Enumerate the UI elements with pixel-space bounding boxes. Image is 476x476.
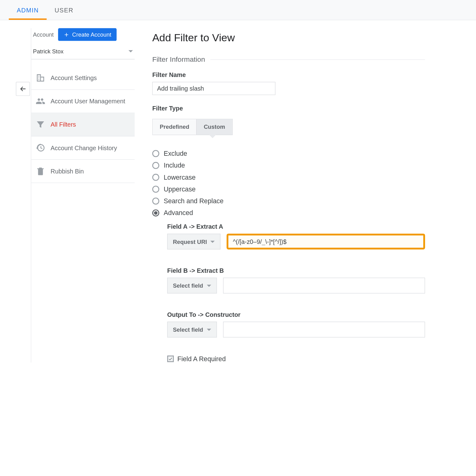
checkbox-icon bbox=[167, 356, 174, 362]
nav-item-label: Account User Management bbox=[51, 98, 125, 105]
filter-type-predefined[interactable]: Predefined bbox=[153, 119, 196, 135]
create-account-button[interactable]: Create Account bbox=[58, 28, 116, 41]
field-b-select[interactable]: Select field bbox=[167, 278, 217, 294]
radio-include[interactable]: Include bbox=[152, 159, 425, 171]
radio-exclude[interactable]: Exclude bbox=[152, 147, 425, 159]
section-label: Filter Information bbox=[152, 56, 205, 64]
radio-icon bbox=[152, 186, 159, 193]
nav-account-settings[interactable]: Account Settings bbox=[31, 66, 135, 90]
filter-type-custom[interactable]: Custom bbox=[196, 119, 232, 135]
radio-lowercase[interactable]: Lowercase bbox=[152, 171, 425, 183]
field-a-required-label: Field A Required bbox=[177, 355, 226, 362]
people-icon bbox=[36, 97, 45, 106]
page-title: Add Filter to View bbox=[152, 32, 425, 44]
create-account-label: Create Account bbox=[72, 31, 111, 38]
caret-down-icon bbox=[210, 240, 215, 243]
nav-change-history[interactable]: Account Change History bbox=[31, 137, 135, 160]
filter-name-label: Filter Name bbox=[152, 71, 425, 79]
field-a-pattern-input[interactable] bbox=[227, 234, 425, 249]
nav-user-management[interactable]: Account User Management bbox=[31, 90, 135, 113]
nav-all-filters[interactable]: All Filters bbox=[31, 113, 135, 136]
seg-pointer-icon bbox=[209, 135, 216, 138]
caret-down-icon bbox=[207, 329, 211, 331]
radio-icon bbox=[152, 150, 159, 157]
nav-rubbish-bin[interactable]: Rubbish Bin bbox=[31, 160, 135, 183]
sidebar-nav: Account Settings Account User Management… bbox=[31, 66, 135, 183]
history-icon bbox=[36, 143, 45, 153]
filter-name-input[interactable] bbox=[152, 82, 276, 95]
field-b-select-value: Select field bbox=[173, 282, 203, 289]
nav-item-label: Account Change History bbox=[51, 144, 117, 151]
radio-search-replace[interactable]: Search and Replace bbox=[152, 195, 425, 207]
radio-icon bbox=[152, 173, 159, 181]
radio-label: Advanced bbox=[164, 209, 193, 217]
radio-icon bbox=[152, 197, 159, 204]
radio-label: Lowercase bbox=[164, 173, 195, 181]
caret-down-icon bbox=[128, 50, 133, 52]
plus-icon bbox=[63, 31, 70, 38]
field-a-select-value: Request URI bbox=[173, 238, 207, 245]
field-b-pattern-input[interactable] bbox=[223, 278, 425, 294]
radio-icon bbox=[152, 209, 159, 216]
field-b-label: Field B -> Extract B bbox=[167, 267, 425, 274]
custom-filter-radios: Exclude Include Lowercase Uppercase Sear… bbox=[152, 147, 425, 219]
filter-type-label: Filter Type bbox=[152, 105, 425, 112]
output-to-input[interactable] bbox=[223, 322, 425, 338]
trash-icon bbox=[36, 166, 45, 176]
nav-item-label: All Filters bbox=[51, 121, 76, 128]
sidebar: Account Create Account Patrick Stox Acco… bbox=[31, 28, 135, 363]
radio-uppercase[interactable]: Uppercase bbox=[152, 183, 425, 195]
advanced-settings: Field A -> Extract A Request URI Field B… bbox=[167, 223, 425, 338]
radio-label: Exclude bbox=[164, 150, 187, 157]
content: Add Filter to View Filter Information Fi… bbox=[152, 28, 425, 363]
back-arrow-icon bbox=[19, 85, 27, 93]
filter-type-segmented: Predefined Custom bbox=[152, 119, 233, 135]
nav-item-label: Rubbish Bin bbox=[51, 168, 84, 175]
back-button[interactable] bbox=[16, 82, 30, 96]
field-a-select[interactable]: Request URI bbox=[167, 234, 221, 249]
tab-admin[interactable]: ADMIN bbox=[9, 0, 47, 20]
account-selector[interactable]: Patrick Stox bbox=[31, 45, 135, 59]
divider bbox=[210, 59, 425, 60]
building-icon bbox=[36, 73, 45, 83]
radio-label: Search and Replace bbox=[164, 197, 223, 204]
section-filter-information: Filter Information bbox=[152, 56, 425, 64]
output-to-select-value: Select field bbox=[173, 326, 203, 333]
radio-icon bbox=[152, 162, 159, 169]
caret-down-icon bbox=[207, 285, 211, 287]
field-a-label: Field A -> Extract A bbox=[167, 223, 425, 230]
nav-item-label: Account Settings bbox=[51, 74, 97, 82]
field-a-required-row[interactable]: Field A Required bbox=[167, 355, 425, 362]
radio-label: Uppercase bbox=[164, 185, 195, 193]
radio-label: Include bbox=[164, 161, 185, 169]
output-to-select[interactable]: Select field bbox=[167, 322, 217, 338]
radio-advanced[interactable]: Advanced bbox=[152, 207, 425, 218]
top-tabs: ADMIN USER bbox=[0, 0, 476, 20]
filter-icon bbox=[36, 120, 45, 129]
tab-user[interactable]: USER bbox=[47, 0, 81, 20]
account-selected-name: Patrick Stox bbox=[33, 48, 63, 55]
output-to-label: Output To -> Constructor bbox=[167, 311, 425, 318]
account-label: Account bbox=[33, 31, 54, 38]
